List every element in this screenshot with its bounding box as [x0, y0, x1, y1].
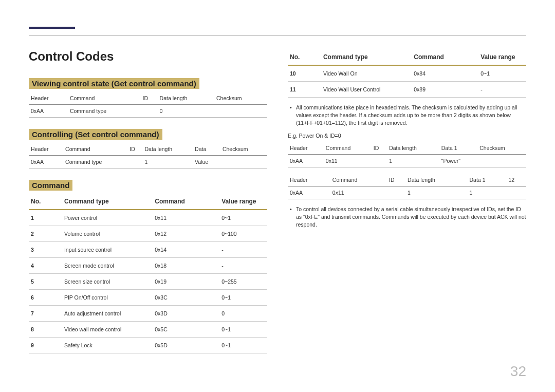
- th: Header: [29, 143, 63, 156]
- td-range: 0: [219, 306, 267, 322]
- td-type: Safety Lock: [62, 338, 153, 353]
- td-cmd: 0x5C: [153, 322, 219, 338]
- td: Command type: [63, 156, 127, 169]
- td-type: Volume control: [62, 226, 153, 242]
- th: Header: [288, 142, 324, 155]
- td-type: Video Wall User Control: [321, 82, 412, 98]
- th: Header: [288, 174, 330, 186]
- right-column: No. Command type Command Value range 10V…: [288, 25, 526, 360]
- td-cmd: 0x89: [412, 82, 478, 98]
- table-row: 11Video Wall User Control0x89-: [288, 82, 526, 98]
- td-cmd: 0x5D: [153, 338, 219, 353]
- command-table-right: No. Command type Command Value range 10V…: [288, 49, 526, 98]
- example-table-1: Header Command ID Data length Data 1 Che…: [288, 142, 526, 167]
- td-range: 0~100: [219, 226, 267, 242]
- td-type: Screen size control: [62, 274, 153, 290]
- td-cmd: 0x3C: [153, 290, 219, 306]
- td: 0xAA: [29, 156, 63, 169]
- th: Command: [68, 92, 141, 105]
- th-range: Value range: [478, 49, 526, 65]
- page-number: 32: [510, 363, 526, 380]
- left-column: Control Codes Viewing control state (Get…: [29, 25, 267, 360]
- td-no: 2: [29, 226, 62, 242]
- th-cmd: Command: [412, 49, 478, 65]
- td: Value: [193, 156, 220, 169]
- th: Header: [29, 92, 68, 105]
- get-table: Header Command ID Data length Checksum 0…: [29, 92, 267, 118]
- td: "Power": [439, 154, 477, 167]
- td-cmd: 0x3D: [153, 306, 219, 322]
- td: [477, 154, 526, 167]
- th: Data length: [158, 92, 214, 105]
- td-type: Power control: [62, 210, 153, 226]
- td: [127, 156, 142, 169]
- td-no: 4: [29, 258, 62, 274]
- section-set-heading: Controlling (Set control command): [29, 129, 162, 140]
- td-cmd: 0x84: [412, 65, 478, 82]
- td-no: 7: [29, 306, 62, 322]
- table-row: 10Video Wall On0x840~1: [288, 65, 526, 82]
- td-cmd: 0x11: [153, 210, 219, 226]
- th: ID: [127, 143, 142, 156]
- td: [387, 186, 405, 199]
- table-row: 6PIP On/Off control0x3C0~1: [29, 290, 267, 306]
- td-range: 0~1: [219, 322, 267, 338]
- th: ID: [387, 174, 405, 186]
- note-broadcast: To control all devices connected by a se…: [288, 206, 526, 229]
- section-get-heading: Viewing control state (Get control comma…: [29, 78, 199, 89]
- td-range: -: [478, 82, 526, 98]
- td-type: PIP On/Off control: [62, 290, 153, 306]
- td-cmd: 0x12: [153, 226, 219, 242]
- th: Checksum: [214, 92, 267, 105]
- example-table-2: Header Command ID Data length Data 1 12 …: [288, 174, 526, 199]
- td-type: Video Wall On: [321, 65, 412, 82]
- td-range: 0~1: [219, 210, 267, 226]
- td: 1: [405, 186, 467, 199]
- td: [214, 105, 267, 118]
- th-no: No.: [288, 49, 321, 65]
- th: Data 1: [439, 142, 477, 155]
- table-row: 9Safety Lock0x5D0~1: [29, 338, 267, 353]
- td-range: 0~1: [219, 290, 267, 306]
- table-row: 5Screen size control0x190~255: [29, 274, 267, 290]
- th: Checksum: [477, 142, 526, 155]
- table-row: 7Auto adjustment control0x3D0: [29, 306, 267, 322]
- th-range: Value range: [219, 194, 267, 210]
- td: 0xAA: [288, 186, 330, 199]
- td: 0xAA: [29, 105, 68, 118]
- td: [372, 154, 387, 167]
- td-type: Auto adjustment control: [62, 306, 153, 322]
- td: [220, 156, 267, 169]
- th-no: No.: [29, 194, 62, 210]
- td-no: 11: [288, 82, 321, 98]
- th: Data length: [143, 143, 193, 156]
- td-cmd: 0x14: [153, 242, 219, 258]
- td-range: -: [219, 258, 267, 274]
- th: Checksum: [220, 143, 267, 156]
- th: Data: [193, 143, 220, 156]
- td-no: 8: [29, 322, 62, 338]
- example-label: E.g. Power On & ID=0: [288, 133, 526, 139]
- th: ID: [141, 92, 158, 105]
- td-type: Video wall mode control: [62, 322, 153, 338]
- th: Command: [63, 143, 127, 156]
- table-row: 8Video wall mode control0x5C0~1: [29, 322, 267, 338]
- th: Command: [324, 142, 372, 155]
- th: Data length: [405, 174, 467, 186]
- td: 0x11: [330, 186, 387, 199]
- td-range: 0~1: [219, 338, 267, 353]
- td-range: 0~1: [478, 65, 526, 82]
- table-row: 3Input source control0x14-: [29, 242, 267, 258]
- th: Command: [330, 174, 387, 186]
- th: 12: [507, 174, 526, 186]
- note-checksum: All communications take place in hexadec…: [288, 104, 526, 127]
- td-type: Screen mode control: [62, 258, 153, 274]
- td: [507, 186, 526, 199]
- th: ID: [372, 142, 387, 155]
- td-no: 10: [288, 65, 321, 82]
- table-row: 2Volume control0x120~100: [29, 226, 267, 242]
- page-content: Control Codes Viewing control state (Get…: [0, 0, 555, 375]
- header-accent: [29, 27, 75, 29]
- td: 1: [143, 156, 193, 169]
- th-cmd: Command: [153, 194, 219, 210]
